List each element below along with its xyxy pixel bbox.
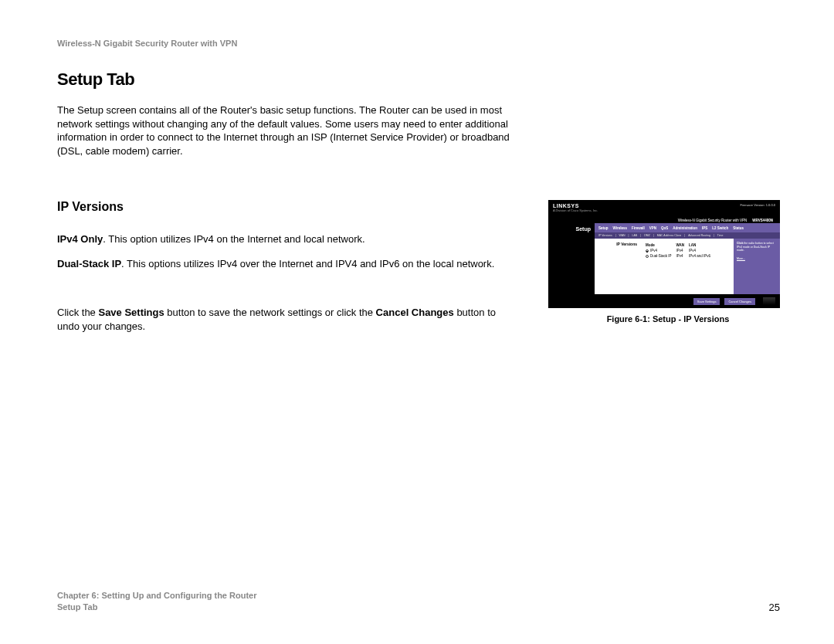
help-panel: Click the radio button to select IPv4 mo…	[734, 239, 780, 294]
tab-setup[interactable]: Setup	[598, 226, 609, 230]
page-number: 25	[769, 602, 780, 613]
main-tabs: Setup Wireless Firewall VPN QoS Administ…	[595, 223, 780, 232]
dual-stack-label: Dual-Stack IP	[57, 258, 121, 269]
save-settings-button[interactable]: Save Settings	[693, 298, 720, 305]
panel-label: IP Versions	[595, 239, 641, 294]
tab-vpn[interactable]: VPN	[649, 226, 656, 230]
router-screenshot: LINKSYS A Division of Cisco Systems, Inc…	[548, 200, 780, 308]
tab-status[interactable]: Status	[733, 226, 744, 230]
paragraph-save-cancel: Click the Save Settings button to save t…	[57, 306, 513, 333]
page-title: Setup Tab	[57, 69, 780, 90]
ipv4-only-text: . This option utilizes IPv4 on the Inter…	[103, 233, 364, 245]
footer-section: Setup Tab	[57, 602, 257, 613]
brand-subtext: A Division of Cisco Systems, Inc.	[553, 208, 598, 212]
subtab-lan[interactable]: LAN	[632, 234, 638, 237]
tab-firewall[interactable]: Firewall	[632, 226, 645, 230]
figure-caption: Figure 6-1: Setup - IP Versions	[548, 314, 788, 324]
subtab-wan[interactable]: WAN	[619, 234, 626, 237]
paragraph-dual-stack: Dual-Stack IP. This options utilizes IPv…	[57, 257, 513, 271]
text-column: IP Versions IPv4 Only. This option utili…	[57, 200, 520, 344]
cisco-logo-icon	[763, 297, 775, 305]
col-mode: Mode	[646, 242, 676, 248]
paragraph-ipv4-only: IPv4 Only. This option utilizes IPv4 on …	[57, 232, 513, 246]
tab-qos[interactable]: QoS	[661, 226, 668, 230]
subtab-time[interactable]: Time	[717, 234, 724, 237]
footer-chapter: Chapter 6: Setting Up and Configuring th…	[57, 590, 257, 602]
radio-icon[interactable]	[646, 255, 649, 258]
help-more-link[interactable]: More...	[737, 257, 777, 261]
sub-tabs: IP Versions| WAN| LAN| DMZ| MAC Address …	[595, 232, 780, 239]
section-heading-ip-versions: IP Versions	[57, 200, 520, 214]
row1-wan: IPv4	[676, 253, 690, 259]
firmware-version: Firmware Version: 1.0.0.0	[740, 203, 775, 207]
col-wan: WAN	[676, 242, 690, 248]
save-cancel-pre: Click the	[57, 307, 98, 318]
cancel-changes-button[interactable]: Cancel Changes	[724, 298, 755, 305]
product-name: Wireless-N Gigabit Security Router with …	[678, 219, 748, 222]
dual-stack-text: . This options utilizes IPv4 over the In…	[121, 258, 494, 269]
table-row: Dual-Stack IP IPv4 IPv4 and IPv6	[646, 253, 715, 259]
row0-lan: IPv4	[689, 248, 715, 253]
tab-wireless[interactable]: Wireless	[613, 226, 627, 230]
table-row: IPv4 IPv4 IPv4	[646, 248, 715, 253]
subtab-adv-routing[interactable]: Advanced Routing	[688, 234, 710, 237]
save-cancel-mid: button to save the network settings or c…	[164, 307, 376, 318]
row1-lan: IPv4 and IPv6	[689, 253, 715, 259]
help-text: the radio button to select IPv4 mode or …	[737, 242, 774, 252]
tab-ips[interactable]: IPS	[702, 226, 707, 230]
router-footer: Save Settings Cancel Changes	[548, 294, 780, 308]
model-number: WRVS4400N	[750, 219, 775, 222]
page-footer: Chapter 6: Setting Up and Configuring th…	[57, 590, 780, 613]
subtab-dmz[interactable]: DMZ	[644, 234, 650, 237]
options-panel: Mode WAN LAN IPv4 IPv4 IPv4	[641, 239, 734, 294]
row0-wan: IPv4	[676, 248, 690, 253]
doc-header: Wireless-N Gigabit Security Router with …	[57, 39, 780, 48]
intro-paragraph: The Setup screen contains all of the Rou…	[57, 103, 513, 158]
figure-column: LINKSYS A Division of Cisco Systems, Inc…	[548, 200, 788, 344]
brand-logo: LINKSYS	[553, 203, 598, 208]
tab-administration[interactable]: Administration	[673, 226, 697, 230]
row0-mode: IPv4	[650, 249, 657, 253]
tab-l2switch[interactable]: L2 Switch	[712, 226, 728, 230]
row1-mode: Dual-Stack IP	[650, 254, 672, 258]
subtab-ip-versions[interactable]: IP Versions	[598, 234, 612, 237]
radio-icon[interactable]	[646, 249, 649, 253]
cancel-changes-label: Cancel Changes	[376, 307, 454, 318]
subtab-mac[interactable]: MAC Address Clone	[657, 234, 682, 237]
save-settings-label: Save Settings	[98, 307, 164, 318]
ipv4-only-label: IPv4 Only	[57, 233, 103, 245]
col-lan: LAN	[689, 242, 715, 248]
